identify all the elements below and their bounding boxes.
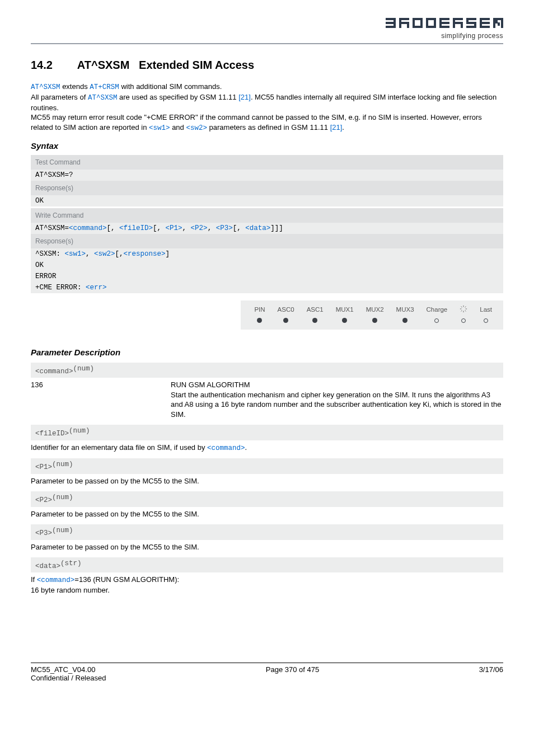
- dot-pin: [257, 318, 262, 323]
- response-sxsm: ^SXSM: <sw1>, <sw2>[,<response>]: [31, 248, 503, 260]
- param-fileid-box: <fileID>(num): [31, 425, 503, 440]
- footer-page-num: Page 370 of 475: [266, 665, 319, 682]
- param-p3-desc: Parameter to be passed on by the MC55 to…: [31, 542, 503, 552]
- svg-rect-36: [495, 20, 498, 24]
- section-heading: 14.2 AT^SXSM Extended SIM Access: [31, 59, 503, 72]
- svg-rect-23: [461, 22, 463, 28]
- svg-rect-6: [399, 18, 401, 28]
- col-mux1: MUX1: [330, 304, 359, 315]
- col-mux3: MUX3: [391, 304, 420, 315]
- response-ok-1: OK: [31, 195, 503, 208]
- param-p2-box: <P2>(num): [31, 491, 503, 506]
- svg-rect-7: [407, 22, 409, 28]
- page-footer: MC55_ATC_V04.00 Confidential / Released …: [31, 665, 503, 682]
- svg-line-44: [461, 310, 462, 311]
- svg-rect-10: [413, 18, 415, 28]
- dot-run: [461, 318, 466, 323]
- dot-asc1: [312, 318, 317, 323]
- link-command-ref2[interactable]: <command>: [37, 576, 75, 584]
- col-pin: PIN: [249, 304, 270, 315]
- svg-line-43: [465, 310, 466, 311]
- param-command-desc: 136 RUN GSM ALGORITHM Start the authenti…: [31, 380, 503, 419]
- param-data-box: <data>(str): [31, 557, 503, 572]
- footer-doc-id: MC55_ATC_V04.00: [31, 665, 95, 674]
- col-mux2: MUX2: [360, 304, 390, 315]
- link-ref-21b[interactable]: [21]: [330, 123, 343, 132]
- svg-line-42: [461, 306, 462, 307]
- brand-logo: simplifying process: [31, 17, 503, 40]
- response-error: ERROR: [31, 271, 503, 282]
- param-p1-box: <P1>(num): [31, 458, 503, 473]
- svg-line-45: [465, 306, 466, 307]
- test-command-label: Test Command: [31, 155, 503, 170]
- param-p2-desc: Parameter to be passed on by the MC55 to…: [31, 509, 503, 519]
- svg-rect-3: [394, 18, 396, 28]
- response-label-1: Response(s): [31, 181, 503, 195]
- response-label-2: Response(s): [31, 234, 503, 248]
- link-at-sxsm-2[interactable]: AT^SXSM: [88, 94, 118, 102]
- param-data-desc: If <command>=136 (RUN GSM ALGORITHM): 16…: [31, 575, 503, 595]
- write-command: AT^SXSM=<command>[, <fileID>[, <P1>, <P2…: [31, 223, 503, 234]
- footer-confidential: Confidential / Released: [31, 674, 106, 682]
- footer-divider: [31, 663, 503, 663]
- svg-rect-22: [453, 18, 455, 28]
- svg-rect-11: [420, 18, 423, 28]
- link-ref-21a[interactable]: [21]: [238, 93, 251, 101]
- dot-last: [484, 318, 488, 323]
- svg-rect-2: [386, 26, 394, 28]
- col-charge: Charge: [421, 304, 453, 315]
- header-divider: [31, 43, 503, 44]
- test-command: AT^SXSM=?: [31, 170, 503, 181]
- svg-rect-32: [480, 18, 482, 28]
- svg-rect-15: [434, 18, 436, 28]
- dot-charge: [434, 318, 439, 323]
- link-sw2[interactable]: <sw2>: [186, 124, 207, 132]
- svg-rect-37: [498, 22, 500, 26]
- syntax-table: Test Command AT^SXSM=? Response(s) OK Wr…: [31, 155, 503, 293]
- dot-mux2: [372, 318, 377, 323]
- capability-table: PIN ASC0 ASC1 MUX1 MUX2 MUX3 Charge Last: [241, 300, 503, 330]
- svg-rect-27: [466, 18, 469, 23]
- param-fileid-desc: Identifier for an elementary data file o…: [31, 443, 503, 453]
- svg-rect-28: [474, 22, 476, 27]
- dot-asc0: [283, 318, 288, 323]
- response-cme: +CME ERROR: <err>: [31, 282, 503, 293]
- link-at-crsm[interactable]: AT+CRSM: [90, 83, 119, 91]
- svg-rect-14: [426, 18, 428, 28]
- col-asc0: ASC0: [272, 304, 300, 315]
- param-command-box: <command>(num): [31, 363, 503, 378]
- syntax-heading: Syntax: [31, 141, 503, 151]
- link-at-sxsm[interactable]: AT^SXSM: [31, 83, 60, 91]
- svg-rect-19: [439, 18, 442, 28]
- svg-rect-35: [493, 18, 503, 20]
- param-p3-box: <P3>(num): [31, 524, 503, 539]
- col-last: Last: [474, 304, 498, 315]
- response-ok-2: OK: [31, 260, 503, 271]
- link-sw1[interactable]: <sw1>: [149, 124, 170, 132]
- param-p1-desc: Parameter to be passed on by the MC55 to…: [31, 476, 503, 486]
- col-run-icon: [454, 304, 473, 315]
- dot-mux1: [342, 318, 347, 323]
- col-asc1: ASC1: [301, 304, 329, 315]
- param-desc-heading: Parameter Description: [31, 348, 503, 357]
- link-command-ref[interactable]: <command>: [207, 444, 245, 452]
- footer-date: 3/17/06: [479, 665, 503, 682]
- dot-mux3: [402, 318, 407, 323]
- write-command-label: Write Command: [31, 207, 503, 223]
- tagline: simplifying process: [31, 32, 503, 40]
- intro-paragraph: AT^SXSM extends AT+CRSM with additional …: [31, 82, 503, 133]
